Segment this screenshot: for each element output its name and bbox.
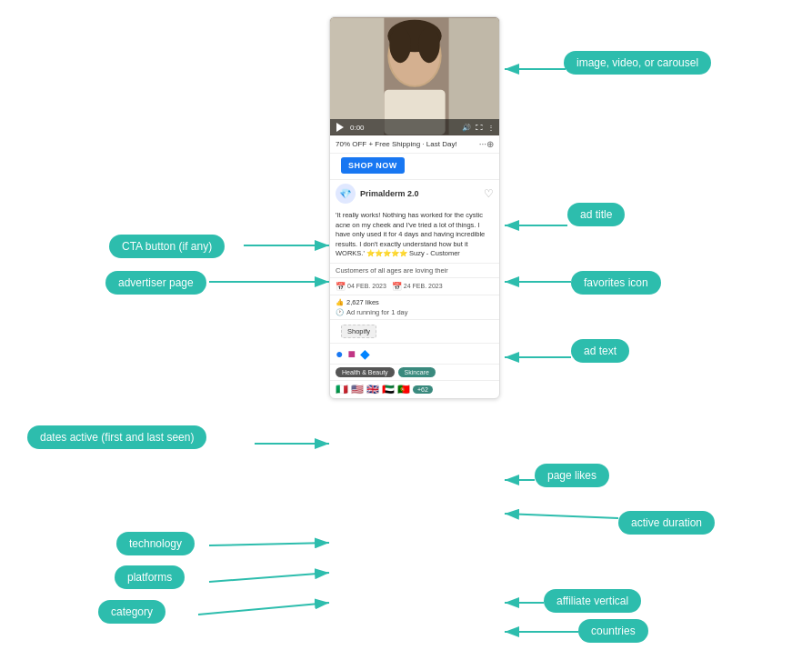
svg-point-4 [389, 27, 411, 64]
instagram-icon: ■ [347, 346, 355, 361]
annotation-affiliate-vertical: affiliate vertical [544, 589, 641, 613]
duration-row: 🕐 Ad running for 1 day [336, 308, 494, 316]
ad-secondary-text: Customers of all ages are loving their [330, 264, 499, 278]
facebook-icon: ● [336, 346, 343, 361]
play-button[interactable] [335, 122, 346, 133]
annotation-platforms: platforms [115, 565, 185, 589]
flag-italy: 🇮🇹 [336, 384, 348, 395]
annotation-countries: countries [578, 619, 648, 643]
annotation-ad-title: ad title [567, 203, 625, 226]
flag-uk: 🇬🇧 [366, 384, 379, 395]
thumbs-up-icon: 👍 [336, 298, 344, 306]
flag-usa: 🇺🇸 [351, 384, 364, 395]
clock-icon: 🕐 [336, 308, 344, 316]
categories-row: Health & Beauty Skincare [330, 364, 499, 380]
advertiser-logo: 💎 [336, 184, 356, 204]
svg-rect-7 [330, 18, 384, 135]
date-first: 📅 04 FEB. 2023 [336, 282, 386, 291]
flags-row: 🇮🇹 🇺🇸 🇬🇧 🇦🇪 🇵🇹 +62 [330, 380, 499, 398]
annotation-dates-active: dates active (first and last seen) [27, 425, 206, 449]
svg-line-20 [209, 573, 329, 582]
annotation-page-likes: page likes [535, 464, 609, 487]
shop-now-button[interactable]: SHOP NOW [341, 157, 405, 174]
annotation-cta-button: CTA button (if any) [109, 235, 225, 258]
flag-portugal: 🇵🇹 [397, 384, 410, 395]
ad-video-thumbnail: 0:00 🔊 ⛶ ⋮ [330, 17, 499, 135]
options-icon[interactable]: ···⊕ [479, 139, 494, 149]
video-controls-bar: 0:00 🔊 ⛶ ⋮ [330, 119, 499, 135]
review-text: 'It really works! Nothing has worked for… [336, 211, 485, 257]
technology-section: Shopify [330, 320, 499, 343]
likes-row: 👍 2,627 likes [336, 298, 494, 306]
calendar-icon-first: 📅 [336, 282, 346, 291]
annotation-technology: technology [116, 532, 195, 555]
advertiser-row: 💎 Primalderm 2.0 ♡ [330, 179, 499, 207]
platforms-row: ● ■ ◆ [330, 343, 499, 364]
technology-badge: Shopify [341, 325, 376, 338]
svg-point-5 [418, 27, 440, 64]
ad-body-text: 'It really works! Nothing has worked for… [330, 207, 499, 264]
svg-rect-8 [449, 18, 499, 135]
time-display: 0:00 [350, 124, 457, 132]
ad-dates-row: 📅 04 FEB. 2023 📅 24 FEB. 2023 [330, 278, 499, 295]
svg-line-21 [198, 603, 329, 615]
advertiser-name: Primalderm 2.0 [360, 189, 419, 198]
date-last: 📅 24 FEB. 2023 [392, 282, 443, 291]
ad-headline-bar: 70% OFF + Free Shipping · Last Day! ···⊕ [330, 135, 499, 154]
calendar-icon-last: 📅 [392, 282, 402, 291]
annotation-category: category [98, 600, 165, 624]
annotation-favorites-icon: favorites icon [571, 271, 661, 295]
ad-headline: 70% OFF + Free Shipping · Last Day! [336, 140, 457, 148]
likes-count: 2,627 likes [346, 298, 379, 306]
flag-uae: 🇦🇪 [382, 384, 395, 395]
advertiser-info: 💎 Primalderm 2.0 [336, 184, 419, 204]
ad-stats-row: 👍 2,627 likes 🕐 Ad running for 1 day [330, 295, 499, 320]
volume-icon: 🔊 [462, 124, 471, 132]
annotation-image-video-carousel: image, video, or carousel [564, 51, 711, 75]
fullscreen-icon: ⛶ [476, 124, 483, 132]
annotation-ad-text: ad text [571, 339, 629, 363]
plus-countries-badge: +62 [413, 385, 433, 394]
more-icon: ⋮ [487, 124, 495, 132]
svg-line-18 [505, 514, 618, 518]
skincare-badge: Skincare [398, 367, 436, 377]
annotation-active-duration: active duration [618, 511, 715, 535]
messenger-icon: ◆ [360, 346, 370, 361]
heart-icon[interactable]: ♡ [484, 187, 494, 200]
video-frame [330, 17, 499, 135]
annotation-advertiser-page: advertiser page [105, 271, 206, 295]
health-beauty-badge: Health & Beauty [336, 367, 395, 377]
duration-text: Ad running for 1 day [346, 308, 408, 316]
ad-card: 0:00 🔊 ⛶ ⋮ 70% OFF + Free Shipping · Las… [329, 16, 500, 399]
svg-line-19 [209, 543, 329, 545]
